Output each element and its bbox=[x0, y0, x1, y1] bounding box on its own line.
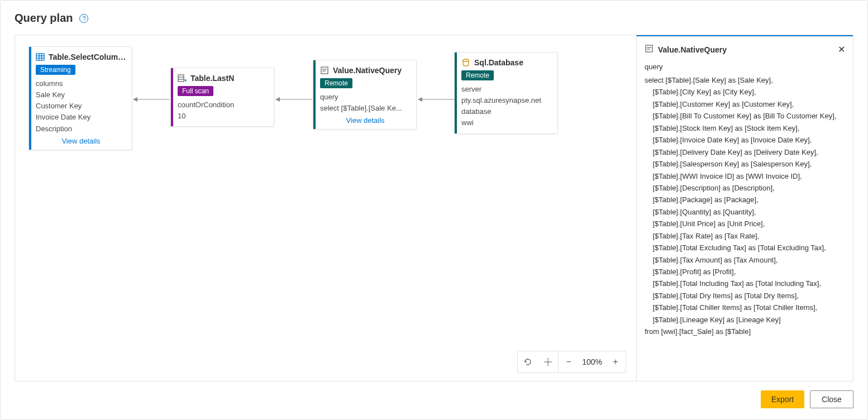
dialog-body: Table.SelectColumns Streaming columns Sa… bbox=[15, 35, 853, 381]
page-title: Query plan bbox=[15, 12, 73, 25]
node-row: Invoice Date Key bbox=[36, 112, 126, 123]
node-title: Sql.Database bbox=[474, 58, 523, 67]
query-plan-canvas[interactable]: Table.SelectColumns Streaming columns Sa… bbox=[15, 35, 636, 381]
table-rows-icon bbox=[178, 74, 187, 83]
node-row: server bbox=[461, 84, 552, 95]
node-row: Customer Key bbox=[36, 101, 126, 112]
node-title: Value.NativeQuery bbox=[333, 66, 402, 75]
reset-view-button[interactable] bbox=[518, 351, 538, 373]
node-row: query bbox=[320, 92, 411, 103]
dialog-footer: Export Close bbox=[15, 381, 853, 408]
table-icon bbox=[36, 52, 45, 61]
streaming-tag: Streaming bbox=[36, 65, 75, 75]
node-row: Sale Key bbox=[36, 89, 126, 101]
query-icon bbox=[320, 66, 329, 75]
node-title: Table.SelectColumns bbox=[49, 52, 126, 61]
node-row: countOrCondition bbox=[178, 99, 268, 111]
node-row: 10 bbox=[178, 111, 268, 122]
zoom-in-button[interactable]: + bbox=[605, 351, 626, 373]
close-button[interactable]: Close bbox=[810, 390, 853, 408]
svg-rect-11 bbox=[321, 67, 328, 74]
close-icon[interactable]: ✕ bbox=[838, 45, 845, 54]
svg-rect-3 bbox=[36, 54, 44, 60]
details-title: Value.NativeQuery bbox=[658, 45, 833, 54]
node-accent bbox=[313, 60, 316, 129]
remote-tag: Remote bbox=[461, 70, 494, 80]
dialog-header: Query plan ? bbox=[15, 12, 853, 25]
svg-point-15 bbox=[547, 361, 549, 363]
zoom-percent: 100% bbox=[579, 357, 605, 366]
svg-point-14 bbox=[463, 59, 469, 61]
node-row: wwi bbox=[461, 117, 552, 128]
node-accent bbox=[29, 47, 31, 150]
node-row: pty.sql.azuresynapse.net bbox=[461, 95, 552, 106]
zoom-controls: − 100% + bbox=[517, 351, 626, 373]
svg-rect-20 bbox=[646, 45, 652, 52]
node-accent bbox=[455, 52, 457, 133]
node-sql-database[interactable]: Sql.Database Remote server pty.sql.azure… bbox=[454, 52, 558, 134]
node-title: Table.LastN bbox=[190, 74, 234, 83]
details-label: query bbox=[645, 63, 845, 71]
details-panel: Value.NativeQuery ✕ query select [$Table… bbox=[636, 35, 853, 381]
view-details-link[interactable]: View details bbox=[320, 114, 411, 125]
node-accent bbox=[171, 68, 173, 126]
zoom-out-button[interactable]: − bbox=[559, 351, 579, 373]
view-details-link[interactable]: View details bbox=[36, 135, 126, 145]
query-icon bbox=[645, 44, 654, 55]
svg-rect-8 bbox=[178, 75, 184, 82]
node-table-selectcolumns[interactable]: Table.SelectColumns Streaming columns Sa… bbox=[28, 46, 132, 150]
node-value-nativequery[interactable]: Value.NativeQuery Remote query select [$… bbox=[313, 60, 417, 130]
node-row: database bbox=[461, 106, 552, 117]
query-plan-dialog: Query plan ? bbox=[0, 0, 868, 420]
database-icon bbox=[461, 58, 470, 67]
node-row: columns bbox=[36, 78, 126, 89]
details-body: select [$Table].[Sale Key] as [Sale Key]… bbox=[645, 74, 845, 338]
node-row: select [$Table].[Sale Ke... bbox=[320, 103, 411, 114]
node-table-lastn[interactable]: Table.LastN Full scan countOrCondition 1… bbox=[170, 68, 274, 127]
export-button[interactable]: Export bbox=[761, 390, 804, 408]
node-row: Description bbox=[36, 123, 126, 135]
help-icon[interactable]: ? bbox=[79, 14, 88, 23]
remote-tag: Remote bbox=[320, 78, 352, 88]
fit-view-button[interactable] bbox=[538, 351, 558, 373]
fullscan-tag: Full scan bbox=[178, 86, 213, 96]
